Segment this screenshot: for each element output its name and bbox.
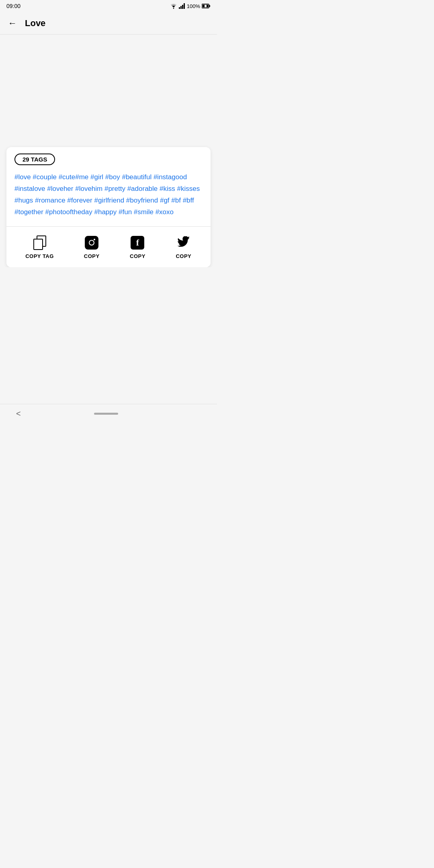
status-icons: 100% bbox=[170, 3, 211, 9]
status-time: 09:00 bbox=[6, 3, 20, 9]
svg-rect-3 bbox=[182, 5, 183, 9]
copy-twitter-button[interactable]: COPY bbox=[172, 235, 196, 259]
copy-tag-icon-wrap bbox=[32, 235, 48, 251]
bottom-nav: < bbox=[0, 404, 217, 423]
tags-card: 29 TAGS #love #couple #cute#me #girl #bo… bbox=[6, 147, 211, 267]
signal-icon bbox=[179, 3, 185, 9]
copy-tag-label: COPY TAG bbox=[25, 253, 54, 259]
copy-twitter-label: COPY bbox=[176, 253, 191, 259]
page-title: Love bbox=[25, 18, 45, 29]
tags-text: #love #couple #cute#me #girl #boy #beaut… bbox=[6, 168, 211, 226]
twitter-icon-wrap bbox=[176, 235, 192, 251]
facebook-icon-wrap: f bbox=[129, 235, 145, 251]
top-bar: ← Love bbox=[0, 12, 217, 35]
status-bar: 09:00 100% bbox=[0, 0, 217, 12]
facebook-icon: f bbox=[131, 236, 144, 250]
home-indicator[interactable] bbox=[94, 413, 118, 415]
svg-rect-4 bbox=[184, 3, 185, 9]
svg-point-0 bbox=[173, 8, 174, 9]
wifi-icon bbox=[170, 3, 177, 9]
battery-icon bbox=[202, 4, 211, 8]
svg-rect-2 bbox=[180, 6, 182, 9]
svg-rect-1 bbox=[179, 7, 180, 9]
instagram-icon-wrap bbox=[84, 235, 100, 251]
tags-badge-row: 29 TAGS bbox=[6, 147, 211, 168]
copy-facebook-label: COPY bbox=[130, 253, 145, 259]
bottom-space bbox=[0, 267, 217, 404]
action-row: COPY TAG COPY f COPY bbox=[6, 227, 211, 267]
back-button[interactable]: ← bbox=[6, 16, 18, 30]
nav-back-button[interactable]: < bbox=[16, 409, 21, 418]
copy-facebook-button[interactable]: f COPY bbox=[125, 235, 149, 259]
battery-text: 100% bbox=[187, 3, 200, 9]
copy-instagram-button[interactable]: COPY bbox=[80, 235, 104, 259]
copy-tag-button[interactable]: COPY TAG bbox=[21, 235, 58, 259]
instagram-icon bbox=[85, 236, 98, 250]
ad-space bbox=[0, 35, 217, 147]
twitter-icon bbox=[177, 236, 190, 250]
svg-rect-6 bbox=[209, 5, 211, 7]
copy-instagram-label: COPY bbox=[84, 253, 100, 259]
copy-icon bbox=[33, 235, 46, 250]
tags-count-badge: 29 TAGS bbox=[14, 154, 55, 165]
